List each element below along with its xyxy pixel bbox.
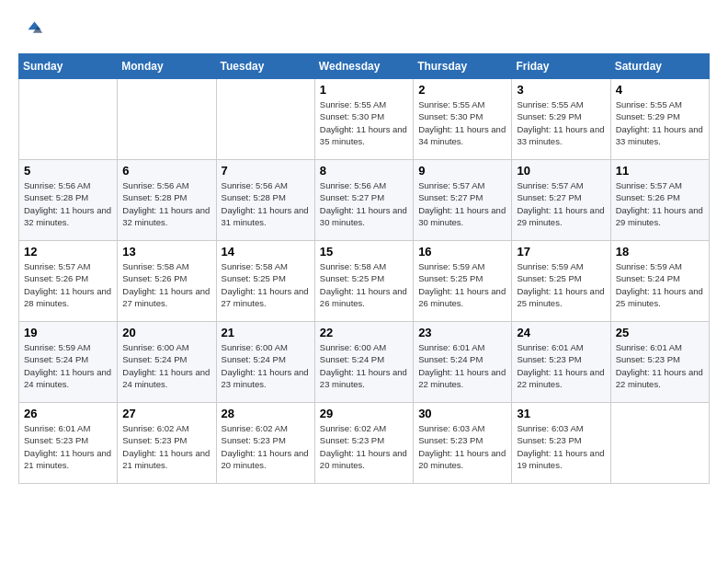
day-number: 7 [222,164,310,178]
day-number: 14 [222,245,310,259]
cell-info: Sunrise: 5:56 AM Sunset: 5:27 PM Dayligh… [320,179,408,228]
day-header-thursday: Thursday [414,54,512,79]
calendar-cell: 29Sunrise: 6:02 AM Sunset: 5:23 PM Dayli… [314,403,413,484]
day-number: 26 [24,407,112,420]
day-number: 16 [418,245,506,259]
calendar-cell: 25Sunrise: 6:01 AM Sunset: 5:23 PM Dayli… [610,322,709,403]
calendar-cell [19,79,118,160]
calendar-cell: 22Sunrise: 6:00 AM Sunset: 5:24 PM Dayli… [314,322,413,403]
calendar-cell: 31Sunrise: 6:03 AM Sunset: 5:23 PM Dayli… [512,403,610,484]
cell-info: Sunrise: 5:59 AM Sunset: 5:25 PM Dayligh… [517,260,605,309]
day-number: 12 [24,245,112,259]
day-header-monday: Monday [118,54,216,79]
logo [18,18,48,44]
calendar-cell: 13Sunrise: 5:58 AM Sunset: 5:26 PM Dayli… [118,241,216,322]
logo-icon [18,18,44,44]
calendar-table: SundayMondayTuesdayWednesdayThursdayFrid… [18,53,710,484]
header [18,18,710,44]
calendar-week-row: 1Sunrise: 5:55 AM Sunset: 5:30 PM Daylig… [19,79,710,160]
cell-info: Sunrise: 6:01 AM Sunset: 5:23 PM Dayligh… [616,341,704,390]
cell-info: Sunrise: 6:03 AM Sunset: 5:23 PM Dayligh… [517,422,605,471]
cell-info: Sunrise: 5:57 AM Sunset: 5:27 PM Dayligh… [418,179,506,228]
calendar-cell: 28Sunrise: 6:02 AM Sunset: 5:23 PM Dayli… [216,403,314,484]
cell-info: Sunrise: 5:55 AM Sunset: 5:29 PM Dayligh… [616,98,704,147]
calendar-cell: 12Sunrise: 5:57 AM Sunset: 5:26 PM Dayli… [19,241,118,322]
cell-info: Sunrise: 6:00 AM Sunset: 5:24 PM Dayligh… [320,341,408,390]
day-number: 18 [616,245,704,259]
day-number: 9 [418,164,506,178]
day-header-wednesday: Wednesday [314,54,413,79]
day-number: 3 [517,83,605,97]
day-number: 2 [418,83,506,97]
cell-info: Sunrise: 6:01 AM Sunset: 5:23 PM Dayligh… [517,341,605,390]
day-number: 31 [517,407,605,420]
cell-info: Sunrise: 6:02 AM Sunset: 5:23 PM Dayligh… [222,422,310,471]
day-header-sunday: Sunday [19,54,118,79]
calendar-cell: 11Sunrise: 5:57 AM Sunset: 5:26 PM Dayli… [610,160,709,241]
cell-info: Sunrise: 5:59 AM Sunset: 5:24 PM Dayligh… [24,341,112,390]
calendar-cell: 21Sunrise: 6:00 AM Sunset: 5:24 PM Dayli… [216,322,314,403]
cell-info: Sunrise: 6:01 AM Sunset: 5:23 PM Dayligh… [24,422,112,471]
calendar-week-row: 5Sunrise: 5:56 AM Sunset: 5:28 PM Daylig… [19,160,710,241]
cell-info: Sunrise: 5:55 AM Sunset: 5:29 PM Dayligh… [517,98,605,147]
day-number: 30 [418,407,506,420]
cell-info: Sunrise: 5:58 AM Sunset: 5:25 PM Dayligh… [320,260,408,309]
cell-info: Sunrise: 6:00 AM Sunset: 5:24 PM Dayligh… [222,341,310,390]
cell-info: Sunrise: 5:58 AM Sunset: 5:26 PM Dayligh… [122,260,210,309]
day-header-saturday: Saturday [610,54,709,79]
calendar-cell: 1Sunrise: 5:55 AM Sunset: 5:30 PM Daylig… [314,79,413,160]
cell-info: Sunrise: 5:59 AM Sunset: 5:24 PM Dayligh… [616,260,704,309]
day-number: 27 [122,407,210,420]
calendar-cell: 8Sunrise: 5:56 AM Sunset: 5:27 PM Daylig… [314,160,413,241]
day-number: 4 [616,83,704,97]
calendar-cell: 9Sunrise: 5:57 AM Sunset: 5:27 PM Daylig… [414,160,512,241]
day-number: 29 [320,407,408,420]
calendar-header-row: SundayMondayTuesdayWednesdayThursdayFrid… [19,54,710,79]
calendar-cell: 7Sunrise: 5:56 AM Sunset: 5:28 PM Daylig… [216,160,314,241]
day-number: 25 [616,326,704,339]
calendar-cell: 20Sunrise: 6:00 AM Sunset: 5:24 PM Dayli… [118,322,216,403]
calendar-cell: 16Sunrise: 5:59 AM Sunset: 5:25 PM Dayli… [414,241,512,322]
calendar-cell [610,403,709,484]
cell-info: Sunrise: 6:01 AM Sunset: 5:24 PM Dayligh… [418,341,506,390]
cell-info: Sunrise: 6:00 AM Sunset: 5:24 PM Dayligh… [122,341,210,390]
day-number: 24 [517,326,605,339]
calendar-cell [118,79,216,160]
calendar-cell: 23Sunrise: 6:01 AM Sunset: 5:24 PM Dayli… [414,322,512,403]
calendar-cell: 17Sunrise: 5:59 AM Sunset: 5:25 PM Dayli… [512,241,610,322]
cell-info: Sunrise: 5:55 AM Sunset: 5:30 PM Dayligh… [320,98,408,147]
calendar-cell: 24Sunrise: 6:01 AM Sunset: 5:23 PM Dayli… [512,322,610,403]
day-header-friday: Friday [512,54,610,79]
calendar-cell: 15Sunrise: 5:58 AM Sunset: 5:25 PM Dayli… [314,241,413,322]
cell-info: Sunrise: 5:58 AM Sunset: 5:25 PM Dayligh… [222,260,310,309]
day-number: 13 [122,245,210,259]
cell-info: Sunrise: 5:59 AM Sunset: 5:25 PM Dayligh… [418,260,506,309]
day-number: 17 [517,245,605,259]
calendar-cell: 4Sunrise: 5:55 AM Sunset: 5:29 PM Daylig… [610,79,709,160]
day-number: 23 [418,326,506,339]
calendar-cell: 19Sunrise: 5:59 AM Sunset: 5:24 PM Dayli… [19,322,118,403]
day-number: 1 [320,83,408,97]
calendar-cell: 10Sunrise: 5:57 AM Sunset: 5:27 PM Dayli… [512,160,610,241]
day-number: 11 [616,164,704,178]
cell-info: Sunrise: 6:03 AM Sunset: 5:23 PM Dayligh… [418,422,506,471]
day-number: 19 [24,326,112,339]
calendar-cell [216,79,314,160]
calendar-cell: 26Sunrise: 6:01 AM Sunset: 5:23 PM Dayli… [19,403,118,484]
day-number: 15 [320,245,408,259]
cell-info: Sunrise: 5:56 AM Sunset: 5:28 PM Dayligh… [222,179,310,228]
cell-info: Sunrise: 5:57 AM Sunset: 5:27 PM Dayligh… [517,179,605,228]
day-number: 5 [24,164,112,178]
day-number: 22 [320,326,408,339]
calendar-week-row: 19Sunrise: 5:59 AM Sunset: 5:24 PM Dayli… [19,322,710,403]
cell-info: Sunrise: 5:56 AM Sunset: 5:28 PM Dayligh… [24,179,112,228]
calendar-cell: 27Sunrise: 6:02 AM Sunset: 5:23 PM Dayli… [118,403,216,484]
cell-info: Sunrise: 5:57 AM Sunset: 5:26 PM Dayligh… [24,260,112,309]
calendar-week-row: 12Sunrise: 5:57 AM Sunset: 5:26 PM Dayli… [19,241,710,322]
day-number: 28 [222,407,310,420]
cell-info: Sunrise: 5:55 AM Sunset: 5:30 PM Dayligh… [418,98,506,147]
day-number: 21 [222,326,310,339]
cell-info: Sunrise: 5:56 AM Sunset: 5:28 PM Dayligh… [122,179,210,228]
calendar-cell: 18Sunrise: 5:59 AM Sunset: 5:24 PM Dayli… [610,241,709,322]
cell-info: Sunrise: 6:02 AM Sunset: 5:23 PM Dayligh… [122,422,210,471]
